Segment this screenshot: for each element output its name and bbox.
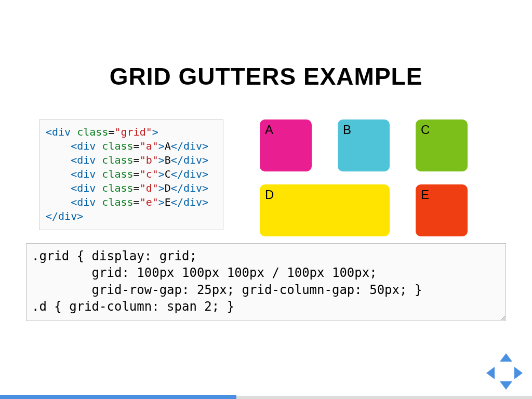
grid-cell-a: A bbox=[260, 119, 312, 171]
arrow-left-icon[interactable] bbox=[486, 367, 495, 379]
code-token: A bbox=[165, 140, 171, 152]
code-token: = bbox=[134, 182, 140, 194]
css-code-block[interactable]: .grid { display: grid; grid: 100px 100px… bbox=[26, 243, 506, 321]
code-token: "b" bbox=[140, 154, 158, 166]
code-token: class bbox=[96, 182, 133, 194]
code-token: E bbox=[165, 196, 171, 208]
code-token: > bbox=[158, 154, 165, 166]
page-title: GRID GUTTERS EXAMPLE bbox=[0, 62, 532, 90]
code-token: "d" bbox=[140, 182, 158, 194]
code-token: class bbox=[96, 196, 133, 208]
code-token: = bbox=[134, 196, 140, 208]
code-token: <div bbox=[46, 182, 96, 194]
code-token: > bbox=[158, 196, 165, 208]
code-token: <div bbox=[46, 154, 96, 166]
code-token: B bbox=[165, 154, 171, 166]
code-token: <div bbox=[46, 168, 96, 180]
code-token: </div> bbox=[171, 154, 208, 166]
code-token: D bbox=[165, 182, 171, 194]
code-token: "e" bbox=[140, 196, 158, 208]
html-code-block: <div class="grid"> <div class="a">A</div… bbox=[39, 119, 223, 230]
slide-nav bbox=[486, 353, 523, 390]
progress-bar bbox=[0, 395, 532, 399]
code-token: = bbox=[108, 126, 114, 138]
code-token: class bbox=[96, 140, 133, 152]
code-token: <div bbox=[46, 126, 71, 138]
grid-container: A B C D E bbox=[260, 119, 468, 236]
slide: GRID GUTTERS EXAMPLE <div class="grid"> … bbox=[0, 0, 532, 399]
code-token: class bbox=[96, 168, 133, 180]
code-token: > bbox=[158, 182, 165, 194]
code-token: <div bbox=[46, 140, 96, 152]
arrow-up-icon[interactable] bbox=[500, 353, 512, 362]
code-token: "a" bbox=[140, 140, 158, 152]
grid-cell-c: C bbox=[416, 119, 468, 171]
arrow-down-icon[interactable] bbox=[500, 381, 512, 390]
code-token: </div> bbox=[171, 168, 208, 180]
grid-cell-d: D bbox=[260, 184, 390, 236]
progress-fill bbox=[0, 395, 236, 399]
content-area: <div class="grid"> <div class="a">A</div… bbox=[39, 119, 493, 236]
row-top: <div class="grid"> <div class="a">A</div… bbox=[39, 119, 493, 236]
code-token: "c" bbox=[140, 168, 158, 180]
code-token: "grid" bbox=[114, 126, 152, 138]
code-token: </div> bbox=[46, 210, 83, 222]
code-token: = bbox=[134, 140, 140, 152]
grid-demo: A B C D E bbox=[260, 119, 468, 236]
code-token: = bbox=[134, 168, 140, 180]
code-token: > bbox=[152, 126, 158, 138]
code-token: > bbox=[158, 140, 165, 152]
code-token: </div> bbox=[171, 182, 208, 194]
code-token: > bbox=[158, 168, 165, 180]
code-token: = bbox=[134, 154, 140, 166]
grid-cell-e: E bbox=[416, 184, 468, 236]
code-token: </div> bbox=[171, 196, 208, 208]
grid-cell-b: B bbox=[338, 119, 390, 171]
code-token: <div bbox=[46, 196, 96, 208]
code-token: C bbox=[165, 168, 171, 180]
code-token: class bbox=[96, 154, 133, 166]
code-token: class bbox=[71, 126, 108, 138]
arrow-right-icon[interactable] bbox=[514, 367, 523, 379]
code-token: </div> bbox=[171, 140, 208, 152]
